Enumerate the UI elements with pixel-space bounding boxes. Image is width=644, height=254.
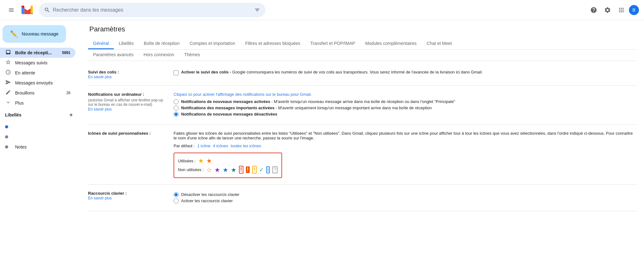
- raccourcis-radio-row-1: Désactiver les raccourcis clavier: [174, 192, 636, 197]
- raccourcis-enable-radio[interactable]: [174, 198, 179, 203]
- tab-chat[interactable]: Chat et Meet: [422, 38, 457, 49]
- raccourcis-content: Désactiver les raccourcis clavier Active…: [174, 191, 636, 205]
- gmail-logo: [21, 6, 33, 14]
- non-utilisees-star-blue[interactable]: ★: [223, 166, 228, 174]
- top-icons: B: [587, 4, 639, 16]
- compose-label: Nouveau message: [22, 31, 58, 36]
- raccourcis-radio-row-2: Activer les raccourcis clavier: [174, 198, 636, 203]
- tab-themes[interactable]: Thèmes: [179, 50, 205, 61]
- inbox-label: Boîte de récepti...: [15, 50, 52, 55]
- labels-section: Libellés +: [0, 108, 80, 122]
- settings-button[interactable]: [601, 4, 614, 16]
- suivi-colis-checkbox-label: Activer le suivi des colis - Google comm…: [181, 70, 483, 74]
- notifications-content: Cliquez ici pour activer l'affichage des…: [174, 92, 636, 118]
- settings-content: Paramètres Général Libellés Boîte de réc…: [80, 20, 644, 254]
- drafts-icon: [5, 89, 11, 97]
- apps-button[interactable]: [615, 4, 628, 16]
- search-bar: [39, 3, 265, 17]
- notif-new-messages-radio[interactable]: [174, 99, 179, 104]
- icons-box: Utilisées : ★ ★ Non utilisées : ☆ ★ ★ ★ …: [174, 153, 282, 178]
- suivi-colis-content: Activer le suivi des colis - Google comm…: [174, 70, 636, 79]
- more-icon: [5, 100, 11, 107]
- non-utilisees-info-blue[interactable]: i: [266, 166, 270, 173]
- sidebar: ✏️ Nouveau message Boîte de récepti... 5…: [0, 20, 80, 254]
- tab-offline[interactable]: Hors connexion: [138, 50, 179, 61]
- non-utilisees-star-teal[interactable]: ★: [231, 166, 236, 174]
- tab-inbox[interactable]: Boîte de réception: [139, 38, 185, 49]
- tab-addons[interactable]: Modules complémentaires: [360, 38, 421, 49]
- notes-label: Notes: [15, 144, 27, 149]
- raccourcis-disable-radio[interactable]: [174, 192, 179, 197]
- sidebar-item-snoozed[interactable]: En attente: [0, 68, 75, 78]
- more-label: Plus: [15, 100, 24, 105]
- hamburger-button[interactable]: [5, 4, 18, 16]
- notification-radio-row-1: Notifications de nouveaux messages activ…: [174, 99, 636, 104]
- tab-filters[interactable]: Filtres et adresses bloquées: [240, 38, 305, 49]
- advanced-search-icon[interactable]: [254, 7, 260, 13]
- suivi-colis-link[interactable]: En savoir plus: [88, 75, 112, 79]
- raccourcis-link[interactable]: En savoir plus: [88, 196, 112, 200]
- avatar[interactable]: B: [629, 5, 639, 15]
- sidebar-item-drafts[interactable]: Brouillons 26: [0, 88, 75, 98]
- notification-radio-row-2: Notifications des messages importants ac…: [174, 105, 636, 111]
- sidebar-item-sent[interactable]: Messages envoyés: [0, 78, 75, 88]
- search-input[interactable]: [53, 7, 252, 13]
- inbox-icon: [5, 49, 11, 57]
- tab-accounts[interactable]: Comptes et importation: [185, 38, 240, 49]
- page-title: Paramètres: [88, 25, 636, 33]
- notif-disabled-radio[interactable]: [174, 112, 179, 117]
- par-defaut-1-icon-link[interactable]: 1 icône: [197, 143, 210, 148]
- help-button[interactable]: [587, 4, 600, 16]
- notifications-label: Notifications sur ordinateur : (autorise…: [88, 92, 164, 118]
- notification-radio-row-3: Notifications de nouveaux messages désac…: [174, 112, 636, 117]
- notif-important-radio[interactable]: [174, 105, 179, 111]
- par-defaut-all-icons-link[interactable]: toutes les icônes: [231, 143, 261, 148]
- utilisees-star-yellow[interactable]: ★: [198, 157, 204, 165]
- non-utilisees-star-orange-outline[interactable]: ☆: [206, 166, 212, 174]
- icones-content: Faites glisser les icônes de suivi perso…: [174, 131, 636, 178]
- setting-row-icones: Icônes de suivi personnalisées : Faites …: [88, 125, 636, 185]
- utilisees-section: Utilisées : ★ ★: [178, 157, 278, 165]
- par-defaut-4-icons-link[interactable]: 4 icônes: [213, 143, 228, 148]
- notifications-desktop-link[interactable]: Cliquez ici pour activer l'affichage des…: [174, 92, 312, 97]
- label2-dot: [5, 135, 11, 138]
- raccourcis-label: Raccourcis clavier : En savoir plus: [88, 191, 164, 205]
- non-utilisees-exclaim-red[interactable]: !: [239, 166, 243, 174]
- non-utilisees-section: Non utilisées : ☆ ★ ★ ★ ! ! ! ✓ i ?: [178, 166, 278, 174]
- tab-labels[interactable]: Libellés: [114, 38, 139, 49]
- notifications-link[interactable]: En savoir plus: [88, 107, 112, 111]
- par-defaut-row: Par défaut : 1 icône 4 icônes toutes les…: [174, 143, 636, 148]
- drafts-label: Brouillons: [15, 90, 34, 95]
- sidebar-item-more[interactable]: Plus: [0, 98, 75, 108]
- settings-tabs-row2: Paramètres avancés Hors connexion Thèmes: [88, 50, 636, 61]
- non-utilisees-exclaim-yellow[interactable]: !: [252, 166, 257, 174]
- setting-row-raccourcis: Raccourcis clavier : En savoir plus Désa…: [88, 185, 636, 211]
- suivi-colis-checkbox[interactable]: [174, 70, 179, 75]
- utilisees-star-orange[interactable]: ★: [206, 157, 212, 165]
- sidebar-item-label1[interactable]: [0, 122, 75, 132]
- compose-button[interactable]: ✏️ Nouveau message: [3, 25, 66, 43]
- icones-description: Faites glisser les icônes de suivi perso…: [174, 131, 636, 140]
- add-label-button[interactable]: +: [67, 111, 75, 119]
- drafts-badge: 26: [66, 91, 70, 95]
- setting-row-suivi-colis: Suivi des colis : En savoir plus Activer…: [88, 63, 636, 86]
- settings-tabs-row1: Général Libellés Boîte de réception Comp…: [88, 38, 636, 50]
- sidebar-item-inbox[interactable]: Boîte de récepti... 5891: [0, 48, 75, 58]
- snoozed-icon: [5, 69, 11, 77]
- main-area: ✏️ Nouveau message Boîte de récepti... 5…: [0, 20, 644, 254]
- settings-header: Paramètres Général Libellés Boîte de réc…: [88, 20, 636, 61]
- snoozed-label: En attente: [15, 70, 35, 75]
- tab-forwarding[interactable]: Transfert et POP/IMAP: [305, 38, 360, 49]
- non-utilisees-star-purple[interactable]: ★: [214, 166, 220, 174]
- sidebar-item-label2[interactable]: [0, 132, 75, 142]
- notes-dot: [5, 145, 11, 149]
- sidebar-item-starred[interactable]: Messages suivis: [0, 58, 75, 68]
- tab-general[interactable]: Général: [88, 38, 114, 49]
- sidebar-item-notes[interactable]: Notes: [0, 142, 75, 152]
- non-utilisees-exclaim-orange[interactable]: !: [246, 166, 250, 173]
- non-utilisees-question-gray[interactable]: ?: [272, 166, 278, 173]
- compose-icon: ✏️: [10, 30, 18, 38]
- tab-advanced[interactable]: Paramètres avancés: [88, 50, 138, 61]
- starred-label: Messages suivis: [15, 60, 47, 65]
- non-utilisees-check-green[interactable]: ✓: [259, 166, 264, 173]
